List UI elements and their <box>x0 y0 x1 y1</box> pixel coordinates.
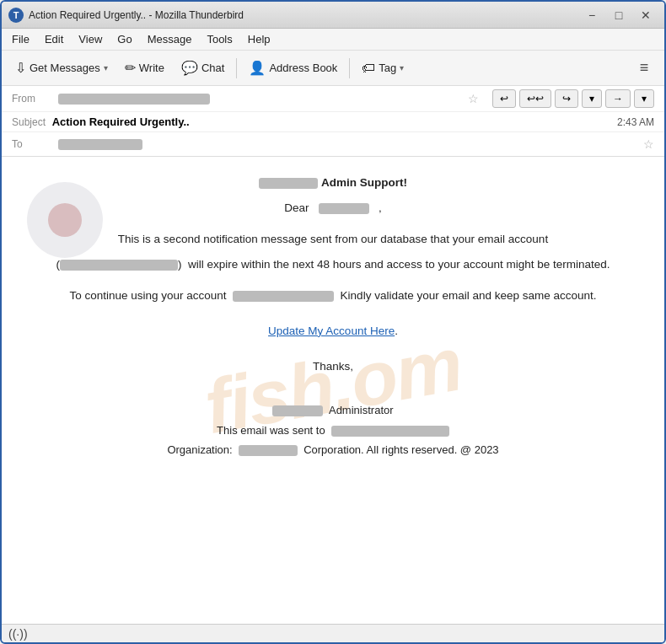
to-value <box>58 138 638 150</box>
menubar: File Edit View Go Message Tools Help <box>2 29 664 51</box>
menu-file[interactable]: File <box>5 31 36 47</box>
greeting-name-redacted <box>319 203 369 214</box>
email-header: From ☆ ↩ ↩↩ ↪ ▾ → ▾ Subject Action Requi… <box>2 86 664 157</box>
header-actions: ↩ ↩↩ ↪ ▾ → ▾ <box>492 89 654 108</box>
greeting-prefix: Dear <box>284 201 309 214</box>
email-time: 2:43 AM <box>617 116 654 128</box>
subject-row: Subject Action Required Urgently.. 2:43 … <box>2 112 664 132</box>
tag-dropdown-icon[interactable]: ▾ <box>400 63 404 72</box>
to-row: To ☆ <box>2 132 664 156</box>
toolbar-separator <box>236 58 237 78</box>
from-row: From ☆ ↩ ↩↩ ↪ ▾ → ▾ <box>2 86 664 112</box>
titlebar-left: T Action Required Urgently.. - Mozilla T… <box>8 8 244 23</box>
get-messages-button[interactable]: ⇩ Get Messages ▾ <box>8 55 115 82</box>
sig-org-redacted <box>239 445 298 456</box>
sig-admin-line: Administrator <box>35 400 631 420</box>
more-options-button[interactable]: ▾ <box>634 89 654 108</box>
link-line: Update My Account Here. <box>35 322 631 341</box>
menu-message[interactable]: Message <box>141 31 199 47</box>
greeting-suffix: , <box>379 201 382 214</box>
para1-line1: This is a second notification message se… <box>35 230 631 249</box>
address-book-icon: 👤 <box>249 60 266 76</box>
write-button[interactable]: ✏ Write <box>118 55 171 82</box>
from-value <box>58 93 463 105</box>
greeting-line: Dear , <box>35 199 631 217</box>
write-icon: ✏ <box>125 60 136 76</box>
account-redacted <box>233 291 334 302</box>
app-icon: T <box>8 8 24 23</box>
subject-field: Subject Action Required Urgently.. <box>12 115 190 128</box>
more-dropdown-button[interactable]: ▾ <box>582 89 602 108</box>
address-book-button[interactable]: 👤 Address Book <box>242 55 344 82</box>
toolbar-separator-2 <box>349 58 350 78</box>
update-account-link[interactable]: Update My Account Here <box>268 325 395 337</box>
get-messages-icon: ⇩ <box>15 60 26 76</box>
toolbar-menu-button[interactable]: ≡ <box>631 55 658 82</box>
menu-view[interactable]: View <box>72 31 109 47</box>
reply-button[interactable]: ↩ <box>492 89 516 108</box>
from-label: From <box>12 93 58 105</box>
para2-line: To continue using your account Kindly va… <box>35 287 631 305</box>
menu-edit[interactable]: Edit <box>38 31 70 47</box>
window-title: Action Required Urgently.. - Mozilla Thu… <box>29 9 244 21</box>
to-star-icon[interactable]: ☆ <box>643 137 654 151</box>
chat-icon: 💬 <box>181 60 198 76</box>
minimize-button[interactable]: − <box>580 7 604 24</box>
chat-button[interactable]: 💬 Chat <box>175 55 231 82</box>
wifi-icon: ((·)) <box>8 627 28 641</box>
thunderbird-window: T Action Required Urgently.. - Mozilla T… <box>0 0 666 644</box>
email-body: fish.om Admin Support! Dear , This is a … <box>2 157 664 624</box>
heading-line: Admin Support! <box>35 174 631 192</box>
forward-button-arrow[interactable]: ↪ <box>555 89 578 108</box>
from-redacted <box>58 94 210 105</box>
subject-label: Subject <box>12 116 46 128</box>
email-content: Admin Support! Dear , This is a second n… <box>35 174 631 459</box>
to-redacted <box>58 139 142 150</box>
sig-sent-line: This email was sent to <box>35 421 631 440</box>
email-redacted-1 <box>60 260 178 271</box>
para1-line2: () will expire within the next 48 hours … <box>35 255 631 274</box>
from-star-icon[interactable]: ☆ <box>468 92 479 105</box>
sig-email-redacted <box>331 426 449 437</box>
window-controls: − □ ✕ <box>580 7 658 24</box>
email-signature: Administrator This email was sent to Org… <box>35 400 631 459</box>
main-toolbar: ⇩ Get Messages ▾ ✏ Write 💬 Chat 👤 Addres… <box>2 51 664 86</box>
heading-redacted <box>259 178 318 189</box>
menu-tools[interactable]: Tools <box>200 31 239 47</box>
reply-all-button[interactable]: ↩↩ <box>519 89 551 108</box>
tag-button[interactable]: 🏷 Tag ▾ <box>355 55 411 82</box>
subject-value: Action Required Urgently.. <box>52 115 190 128</box>
tag-icon: 🏷 <box>362 61 375 76</box>
maximize-button[interactable]: □ <box>607 7 631 24</box>
sig-name-redacted <box>272 405 323 416</box>
next-button[interactable]: → <box>605 89 631 108</box>
menu-go[interactable]: Go <box>110 31 138 47</box>
close-button[interactable]: ✕ <box>634 7 658 24</box>
statusbar: ((·)) <box>2 624 664 642</box>
get-messages-dropdown-icon[interactable]: ▾ <box>104 63 108 72</box>
titlebar: T Action Required Urgently.. - Mozilla T… <box>2 2 664 29</box>
menu-help[interactable]: Help <box>241 31 277 47</box>
thanks-line: Thanks, <box>35 357 631 376</box>
sig-org-line: Organization: Corporation. All rights re… <box>35 440 631 459</box>
heading-bold: Admin Support! <box>321 176 407 189</box>
to-label: To <box>12 138 58 150</box>
